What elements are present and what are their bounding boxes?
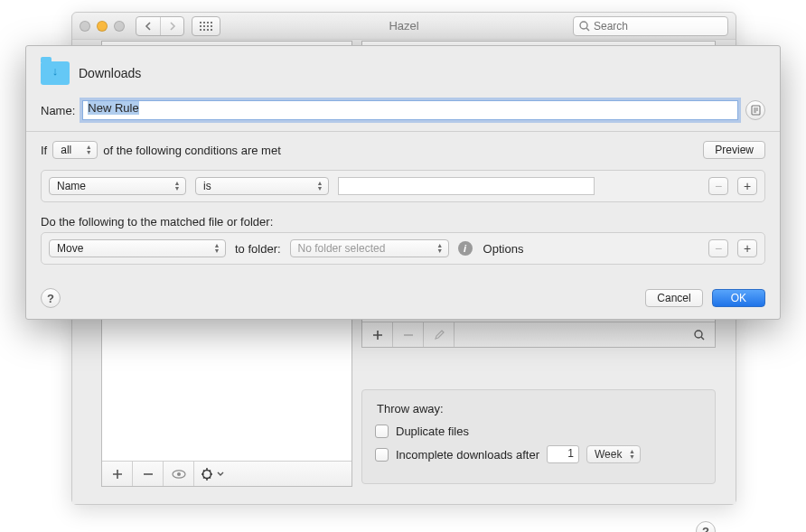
condition-row-1: Name ▲▼ is ▲▼ − + <box>41 170 765 202</box>
incomplete-count-field[interactable]: 1 <box>547 445 579 463</box>
add-folder-button[interactable] <box>102 462 133 486</box>
forward-button[interactable] <box>160 17 183 35</box>
svg-rect-2 <box>207 22 209 23</box>
preview-button[interactable]: Preview <box>703 141 765 159</box>
svg-line-26 <box>701 337 704 340</box>
cond-suffix: of the following conditions are met <box>103 144 281 157</box>
destination-folder-label: No folder selected <box>298 242 386 255</box>
nav-segmented <box>136 16 184 36</box>
folder-actions-menu[interactable] <box>194 462 230 486</box>
chevron-down-icon <box>217 471 224 477</box>
svg-rect-4 <box>200 25 202 27</box>
preview-folder-button[interactable] <box>164 462 194 486</box>
incomplete-downloads-label: Incomplete downloads after <box>396 448 539 462</box>
search-icon <box>579 21 590 32</box>
downloads-folder-icon <box>41 61 70 85</box>
rule-editor-sheet: Downloads Name: New Rule If all ▲▼ of th… <box>25 45 781 320</box>
add-condition-button[interactable]: + <box>737 177 757 195</box>
actions-heading: Do the following to the matched file or … <box>26 211 780 230</box>
remove-condition-button[interactable]: − <box>708 177 728 195</box>
folders-toolbar <box>102 461 351 486</box>
folder-name: Downloads <box>79 66 141 80</box>
condition-operator-select[interactable]: is ▲▼ <box>195 177 329 195</box>
ok-button[interactable]: OK <box>712 289 765 307</box>
updown-icon: ▲▼ <box>315 181 324 191</box>
show-all-button[interactable] <box>192 16 220 36</box>
search-field[interactable] <box>573 16 728 36</box>
incomplete-downloads-row: Incomplete downloads after 1 Week ▲▼ <box>375 445 702 463</box>
titlebar: Hazel <box>72 13 736 40</box>
name-row: Name: New Rule <box>26 100 780 131</box>
rule-name-input[interactable]: New Rule <box>82 100 738 120</box>
condition-operator-label: is <box>203 180 211 192</box>
updown-icon: ▲▼ <box>212 243 221 254</box>
action-row-1: Move ▲▼ to folder: No folder selected ▲▼… <box>41 232 765 265</box>
updown-icon: ▲▼ <box>627 449 636 460</box>
updown-icon: ▲▼ <box>84 145 93 155</box>
svg-rect-3 <box>211 22 212 23</box>
action-verb-label: Move <box>57 242 83 255</box>
options-label[interactable]: Options <box>483 242 524 256</box>
svg-line-13 <box>586 28 589 31</box>
duplicate-files-checkbox[interactable] <box>375 425 389 438</box>
traffic-lights <box>80 21 125 32</box>
incomplete-unit-select[interactable]: Week ▲▼ <box>586 445 641 463</box>
condition-attribute-select[interactable]: Name ▲▼ <box>49 177 186 195</box>
duplicate-files-row: Duplicate files <box>375 425 702 438</box>
updown-icon: ▲▼ <box>436 243 445 254</box>
note-icon <box>751 105 761 116</box>
remove-action-button[interactable]: − <box>708 239 728 257</box>
svg-rect-5 <box>203 25 205 27</box>
rule-name-value: New Rule <box>88 101 138 115</box>
cond-scope-label: all <box>61 144 71 156</box>
svg-rect-8 <box>200 29 202 31</box>
incomplete-unit-label: Week <box>595 448 622 461</box>
condition-attribute-label: Name <box>57 180 86 192</box>
rules-search-button[interactable] <box>684 322 715 347</box>
sheet-help-button[interactable]: ? <box>41 288 61 308</box>
svg-rect-9 <box>203 29 205 31</box>
svg-point-25 <box>695 331 702 338</box>
condition-value-input[interactable] <box>338 177 595 195</box>
help-button[interactable]: ? <box>696 521 716 532</box>
cancel-button[interactable]: Cancel <box>645 289 702 307</box>
throw-away-section: Throw away: Duplicate files Incomplete d… <box>361 389 716 484</box>
info-icon: i <box>458 241 473 256</box>
action-verb-select[interactable]: Move ▲▼ <box>49 239 226 257</box>
sheet-header: Downloads <box>26 46 780 100</box>
sheet-footer: ? Cancel OK <box>26 279 780 319</box>
to-folder-label: to folder: <box>235 242 281 256</box>
svg-point-15 <box>177 472 181 476</box>
zoom-window-button[interactable] <box>114 21 125 32</box>
duplicate-files-label: Duplicate files <box>396 425 469 438</box>
svg-rect-10 <box>207 29 209 31</box>
rule-notes-button[interactable] <box>745 100 765 120</box>
add-action-button[interactable]: + <box>737 239 757 257</box>
svg-rect-0 <box>200 22 202 23</box>
conditions-header-row: If all ▲▼ of the following conditions ar… <box>26 132 780 168</box>
cond-prefix: If <box>41 144 47 157</box>
add-rule-button[interactable] <box>362 322 393 347</box>
svg-rect-11 <box>211 29 212 31</box>
back-button[interactable] <box>136 17 160 35</box>
name-label: Name: <box>41 104 75 117</box>
cond-scope-select[interactable]: all ▲▼ <box>52 141 98 159</box>
svg-rect-1 <box>203 22 205 23</box>
search-input[interactable] <box>594 20 722 33</box>
remove-rule-button[interactable] <box>393 322 424 347</box>
svg-point-12 <box>580 22 587 29</box>
remove-folder-button[interactable] <box>133 462 164 486</box>
incomplete-downloads-checkbox[interactable] <box>375 448 389 462</box>
minimize-window-button[interactable] <box>97 21 108 32</box>
edit-rule-button[interactable] <box>424 322 455 347</box>
throw-away-heading: Throw away: <box>377 402 702 415</box>
destination-folder-select[interactable]: No folder selected ▲▼ <box>290 239 449 257</box>
rules-toolbar <box>362 322 715 347</box>
svg-rect-6 <box>207 25 209 27</box>
updown-icon: ▲▼ <box>173 181 182 191</box>
svg-rect-7 <box>211 25 212 27</box>
close-window-button[interactable] <box>80 21 90 32</box>
